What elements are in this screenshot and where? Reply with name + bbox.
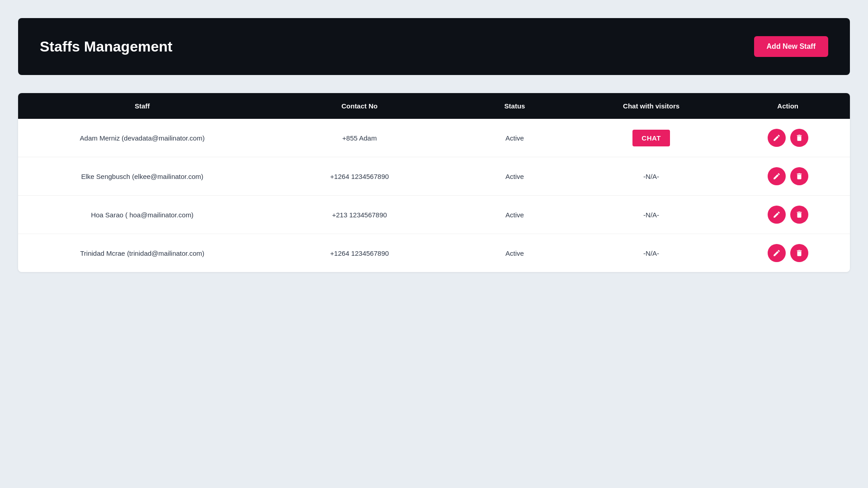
contact-no: +855 Adam (266, 124, 453, 152)
status-badge: Active (453, 163, 577, 190)
header-bar: Staffs Management Add New Staff (18, 18, 850, 75)
col-header-action: Action (726, 93, 850, 119)
chat-button[interactable]: CHAT (632, 130, 670, 146)
add-staff-button[interactable]: Add New Staff (754, 36, 828, 57)
action-cell (726, 234, 850, 272)
staff-name: Trinidad Mcrae (trinidad@mailinator.com) (18, 239, 266, 267)
chat-na: -N/A- (577, 201, 726, 229)
table-row: Trinidad Mcrae (trinidad@mailinator.com)… (18, 234, 850, 272)
staff-name: Adam Merniz (devadata@mailinator.com) (18, 124, 266, 152)
staff-name: Hoa Sarao ( hoa@mailinator.com) (18, 201, 266, 229)
edit-button[interactable] (768, 167, 786, 185)
edit-button[interactable] (768, 244, 786, 262)
edit-button[interactable] (768, 129, 786, 147)
chat-cell: CHAT (577, 120, 726, 156)
table-header: Staff Contact No Status Chat with visito… (18, 93, 850, 119)
edit-icon (773, 211, 781, 219)
page-title: Staffs Management (40, 38, 172, 55)
col-header-status: Status (453, 93, 577, 119)
col-header-chat: Chat with visitors (577, 93, 726, 119)
delete-button[interactable] (790, 206, 808, 224)
col-header-contact: Contact No (266, 93, 453, 119)
action-cell (726, 119, 850, 157)
trash-icon (795, 134, 803, 142)
contact-no: +213 1234567890 (266, 201, 453, 229)
edit-icon (773, 172, 781, 180)
staff-name: Elke Sengbusch (elkee@mailinator.com) (18, 163, 266, 190)
status-badge: Active (453, 201, 577, 229)
table-row: Adam Merniz (devadata@mailinator.com) +8… (18, 119, 850, 157)
table-row: Hoa Sarao ( hoa@mailinator.com) +213 123… (18, 196, 850, 234)
trash-icon (795, 211, 803, 219)
delete-button[interactable] (790, 244, 808, 262)
table-row: Elke Sengbusch (elkee@mailinator.com) +1… (18, 157, 850, 196)
status-badge: Active (453, 124, 577, 152)
chat-na: -N/A- (577, 163, 726, 190)
edit-icon (773, 134, 781, 142)
edit-icon (773, 249, 781, 257)
chat-na: -N/A- (577, 239, 726, 267)
staff-table: Staff Contact No Status Chat with visito… (18, 93, 850, 272)
contact-no: +1264 1234567890 (266, 163, 453, 190)
delete-button[interactable] (790, 167, 808, 185)
contact-no: +1264 1234567890 (266, 239, 453, 267)
status-badge: Active (453, 239, 577, 267)
trash-icon (795, 249, 803, 257)
delete-button[interactable] (790, 129, 808, 147)
action-cell (726, 157, 850, 195)
col-header-staff: Staff (18, 93, 266, 119)
action-cell (726, 196, 850, 234)
edit-button[interactable] (768, 206, 786, 224)
trash-icon (795, 172, 803, 180)
